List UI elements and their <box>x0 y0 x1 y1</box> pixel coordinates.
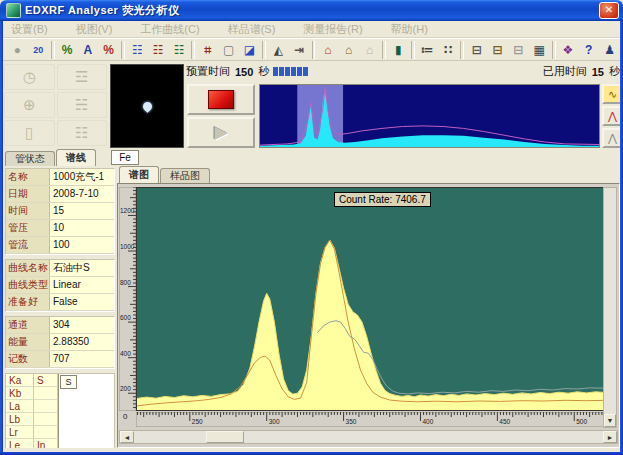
param-label: 管压 <box>6 220 50 236</box>
line-type-cell[interactable]: La <box>6 400 34 413</box>
param-label: 准备好 <box>6 294 50 310</box>
line-element-cell[interactable] <box>34 426 58 439</box>
print-button[interactable]: ⊟ <box>466 40 487 60</box>
hv-on-button[interactable]: ☲ <box>57 64 108 90</box>
chart-tabs: 谱图样品图 <box>117 166 620 183</box>
delete-spectrum-button[interactable]: ☷ <box>148 40 169 60</box>
element-box[interactable]: Fe <box>111 150 139 165</box>
line-element-cell[interactable] <box>34 400 58 413</box>
tab-spectrum-view[interactable]: 谱图 <box>119 166 159 183</box>
param-label: 曲线类型 <box>6 277 50 293</box>
tab-sample-view[interactable]: 样品图 <box>160 168 210 183</box>
param-row: 时间15 <box>6 203 114 220</box>
vertical-scrollbar[interactable]: ▼ <box>603 187 617 428</box>
stop-button[interactable] <box>187 84 255 115</box>
context-help-button[interactable]: ? <box>578 40 599 60</box>
line-type-cell[interactable]: Lr <box>6 426 34 439</box>
line-type-column: KaKbLaLbLrLe <box>6 374 34 452</box>
ratio-button[interactable]: % <box>98 40 119 60</box>
toolbar-separator <box>121 41 125 59</box>
menu-settings[interactable]: 设置(B) <box>11 22 48 37</box>
line-type-cell[interactable]: Ka <box>6 374 34 387</box>
menu-sample-spectra[interactable]: 样品谱(S) <box>228 22 276 37</box>
svg-text:350: 350 <box>346 418 357 425</box>
calculator-button[interactable]: ▦ <box>529 40 550 60</box>
open-home-button[interactable]: ⌂ <box>317 40 338 60</box>
tab-spectral-lines[interactable]: 谱线 <box>56 149 96 166</box>
menu-view[interactable]: 视图(V) <box>76 22 113 37</box>
param-row: 通道304 <box>6 317 114 334</box>
instrument-tool-grid: ◷☲⊕☵▯☷ <box>4 64 107 146</box>
help-book-button[interactable]: ❖ <box>558 40 579 60</box>
elapsed-time-unit: 秒 <box>609 64 620 79</box>
line-element-cell[interactable] <box>34 387 58 400</box>
line-element-cell[interactable] <box>34 413 58 426</box>
exit-button[interactable]: ♟ <box>599 40 620 60</box>
new-spectrum-button[interactable]: ☷ <box>127 40 148 60</box>
svg-text:450: 450 <box>499 418 510 425</box>
spectrum-plot[interactable] <box>136 187 605 411</box>
log-button[interactable]: ▯ <box>4 120 55 146</box>
window-border-left <box>0 21 3 455</box>
save-home-button[interactable]: ⌂ <box>338 40 359 60</box>
param-value: 100 <box>50 237 114 253</box>
menu-help[interactable]: 帮助(H) <box>391 22 428 37</box>
list-view-button[interactable]: ≔ <box>417 40 438 60</box>
matrix-button[interactable]: ☷ <box>57 120 108 146</box>
chart-window-button[interactable]: ◪ <box>239 40 260 60</box>
param-value: 10 <box>50 220 114 236</box>
timer-button[interactable]: ◷ <box>4 64 55 90</box>
spectrum-preview[interactable] <box>259 84 600 148</box>
sample-in-button[interactable]: ⊕ <box>4 92 55 118</box>
percent-calib-button[interactable]: % <box>57 40 78 60</box>
scrollbar-thumb[interactable] <box>206 431 244 443</box>
region-select-button[interactable]: ▢ <box>218 40 239 60</box>
param-label: 能量 <box>6 334 50 350</box>
connect-button[interactable]: ● <box>7 40 28 60</box>
counter-20-button[interactable]: 20 <box>28 40 49 60</box>
param-value: Linear <box>50 277 114 293</box>
scroll-left-button[interactable]: ◄ <box>120 431 134 443</box>
sidebar-tabs: 管状态谱线 <box>5 149 97 166</box>
svg-text:500: 500 <box>576 418 587 425</box>
titlebar[interactable]: EDXRF Analyser 荧光分析仪 ✕ <box>0 0 623 21</box>
scroll-right-button[interactable]: ► <box>603 431 617 443</box>
shift-right-button[interactable]: ⇥ <box>289 40 310 60</box>
toolbar: ●20%A%☷☷☷⌗▢◪◭⇥⌂⌂⌂▮≔∷⊟⊟⊟▦❖?♟ <box>3 38 620 61</box>
print-setup-button[interactable]: ⊟ <box>508 40 529 60</box>
peak-marker-button[interactable]: ⌗ <box>197 40 218 60</box>
line-element-cell[interactable]: S <box>34 374 58 387</box>
stop-icon <box>208 90 234 109</box>
line-type-cell[interactable]: Lb <box>6 413 34 426</box>
app-icon <box>6 3 21 18</box>
home-disabled-button[interactable]: ⌂ <box>359 40 380 60</box>
svg-text:600: 600 <box>120 314 131 321</box>
chart-area: 20040060080010001200 250300350400450500 … <box>117 183 620 448</box>
param-label: 曲线名称 <box>6 260 50 276</box>
start-button[interactable]: ▶ <box>187 117 255 148</box>
toolbar-separator <box>51 41 55 59</box>
print-report-button[interactable]: ⊟ <box>487 40 508 60</box>
svg-text:800: 800 <box>120 279 131 286</box>
svg-text:1000: 1000 <box>120 243 135 250</box>
param-row: 日期2008-7-10 <box>6 186 114 203</box>
menu-working-curve[interactable]: 工作曲线(C) <box>140 22 199 37</box>
app-window: EDXRF Analyser 荧光分析仪 ✕ 设置(B)视图(V)工作曲线(C)… <box>0 0 623 455</box>
detail-view-button[interactable]: ∷ <box>438 40 459 60</box>
menu-measure-report[interactable]: 测量报告(R) <box>303 22 362 37</box>
tab-tube-status[interactable]: 管状态 <box>5 151 55 166</box>
peak-invert-button[interactable]: ◭ <box>268 40 289 60</box>
scroll-down-button[interactable]: ▼ <box>604 414 616 427</box>
line-type-cell[interactable]: Kb <box>6 387 34 400</box>
svg-text:400: 400 <box>422 418 433 425</box>
horizontal-scrollbar[interactable]: ◄ ► <box>119 430 618 444</box>
selected-element-cell[interactable]: S <box>60 375 77 389</box>
param-value: 2008-7-10 <box>50 186 114 202</box>
auto-gain-button[interactable]: A <box>77 40 98 60</box>
library-button[interactable]: ▮ <box>388 40 409 60</box>
standby-button[interactable]: ☵ <box>57 92 108 118</box>
element-panel[interactable]: S <box>58 374 114 452</box>
add-spectrum-button[interactable]: ☷ <box>169 40 190 60</box>
param-value: 2.88350 <box>50 334 114 350</box>
close-button[interactable]: ✕ <box>599 2 619 19</box>
